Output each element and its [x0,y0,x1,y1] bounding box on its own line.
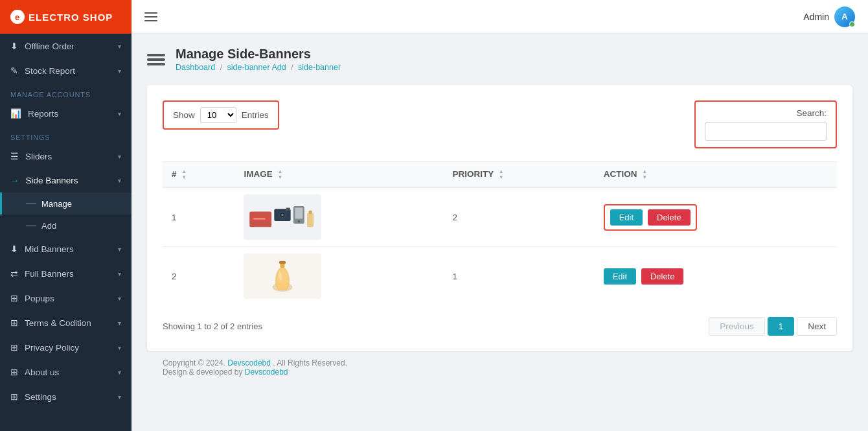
entries-label: Entries [242,110,269,120]
online-dot [849,21,855,27]
row-actions: Edit Delete [595,187,837,247]
sidebar-label: Reports [28,109,58,119]
grid-icon: ⊞ [10,342,18,353]
footer-copy: Copyright © 2024. [163,358,225,367]
table-controls: Show 10 25 50 100 Entries Search: [163,100,837,148]
sidebar-item-popups[interactable]: ⊞ Popups ▾ [0,286,131,310]
sidebar-item-terms[interactable]: ⊞ Terms & Codition ▾ [0,310,131,335]
sidebar-subitem-manage[interactable]: — Manage [0,192,131,215]
pagination: Previous 1 Next [709,317,837,336]
menu-toggle-button[interactable] [144,12,157,21]
grid-icon: ⊞ [10,318,18,328]
sidebar: e ELECTRO SHOP ⬇ Offline Order ▾ ✎ Stock… [0,0,131,431]
row-priority: 2 [443,187,594,247]
sidebar-item-settings[interactable]: ⊞ Settings ▾ [0,384,131,409]
logo-icon: e [10,10,25,24]
sidebar-label: Stock Report [25,66,75,76]
file-icon: ✎ [10,65,18,76]
sidebar-label: Full Banners [25,269,74,279]
next-button[interactable]: Next [797,317,837,336]
page-1-button[interactable]: 1 [768,317,795,336]
logo[interactable]: e ELECTRO SHOP [0,0,131,34]
main-card: Show 10 25 50 100 Entries Search: [147,85,852,351]
logo-text: ELECTRO SHOP [29,12,113,23]
col-action: ACTION ▲▼ [595,162,837,188]
page-header: Manage Side-Banners Dashboard / side-ban… [147,47,852,72]
delete-button-1[interactable]: Delete [648,209,691,226]
breadcrumb-dashboard[interactable]: Dashboard [176,63,215,72]
sidebar-label: About us [25,367,59,377]
show-label: Show [173,110,195,120]
svg-point-6 [282,214,284,216]
bar-line [144,16,157,17]
sidebar-item-stock-report[interactable]: ✎ Stock Report ▾ [0,58,131,83]
breadcrumb-side-banner[interactable]: side-banner [298,63,341,72]
row-image [234,247,443,306]
breadcrumb-side-banner-add[interactable]: side-banner Add [227,63,286,72]
sidebar-item-reports[interactable]: 📊 Reports ▾ [0,101,131,126]
bar-line [144,12,157,14]
admin-username: Admin [803,12,829,22]
chevron-icon: ▾ [118,393,121,401]
svg-rect-7 [286,208,290,211]
sidebar-item-side-banners[interactable]: → Side Banners ▾ [0,169,131,192]
sidebar-item-full-banners[interactable]: ⇄ Full Banners ▾ [0,261,131,286]
col-num[interactable]: # ▲▼ [163,162,234,188]
arrow-right-icon: → [10,176,19,185]
sync-icon: ⇄ [10,268,18,279]
previous-button[interactable]: Previous [709,317,765,336]
breadcrumb-sep: / [220,63,225,72]
chevron-icon: ▾ [118,110,121,117]
topbar-right: Admin A [803,6,855,27]
search-input[interactable] [705,122,827,141]
chevron-icon: ▾ [118,246,121,253]
avatar: A [834,6,855,27]
dash-icon: — [26,198,36,209]
svg-rect-2 [254,218,266,220]
edit-button-1[interactable]: Edit [610,209,643,226]
section-settings: SETTINGS [0,126,131,144]
chevron-icon: ▾ [118,295,121,302]
svg-rect-11 [307,213,314,227]
chevron-icon: ▾ [118,43,121,50]
sidebar-label: Popups [25,294,54,303]
search-label: Search: [705,108,827,118]
sidebar-label: Privacy Policy [25,343,79,353]
sidebar-label: Sliders [25,152,52,161]
table-row: 1 [163,187,837,247]
sidebar-label: Mid Banners [25,244,74,254]
sidebar-item-sliders[interactable]: ☰ Sliders ▾ [0,144,131,169]
sidebar-label: Offline Order [25,41,74,51]
chevron-icon: ▾ [118,270,121,277]
footer-company-link[interactable]: Devscodebd [227,358,271,367]
delete-button-2[interactable]: Delete [641,268,684,285]
sidebar-item-privacy[interactable]: ⊞ Privacy Policy ▾ [0,335,131,360]
grid-icon: ⊞ [10,391,18,402]
sidebar-subitem-add[interactable]: — Add [0,215,131,237]
svg-point-10 [298,220,300,222]
table-footer: Showing 1 to 2 of 2 entries Previous 1 N… [163,317,837,336]
product-image-1 [244,194,321,240]
sidebar-item-offline-order[interactable]: ⬇ Offline Order ▾ [0,34,131,58]
entries-select[interactable]: 10 25 50 100 [200,107,236,123]
row-num: 2 [163,247,234,306]
sidebar-item-mid-banners[interactable]: ⬇ Mid Banners ▾ [0,237,131,261]
footer: Copyright © 2024. Devscodebd . All Right… [147,351,852,383]
breadcrumb: Dashboard / side-banner Add / side-banne… [176,63,341,72]
svg-rect-9 [295,208,303,219]
svg-rect-14 [280,263,285,268]
product-image-2 [244,253,321,299]
chevron-icon: ▾ [118,320,121,327]
sidebar-item-about[interactable]: ⊞ About us ▾ [0,360,131,384]
breadcrumb-sep: / [291,63,295,72]
footer-dev-link[interactable]: Devscodebd [245,367,288,377]
topbar: Admin A [131,0,868,34]
edit-button-2[interactable]: Edit [604,268,636,285]
menu-icon: ☰ [10,151,19,161]
page-header-text: Manage Side-Banners Dashboard / side-ban… [176,47,341,72]
sidebar-label: Terms & Codition [25,318,91,328]
search-box: Search: [694,100,837,148]
row-num: 1 [163,187,234,247]
chevron-icon: ▾ [118,344,121,351]
subitem-label: Add [41,221,56,231]
